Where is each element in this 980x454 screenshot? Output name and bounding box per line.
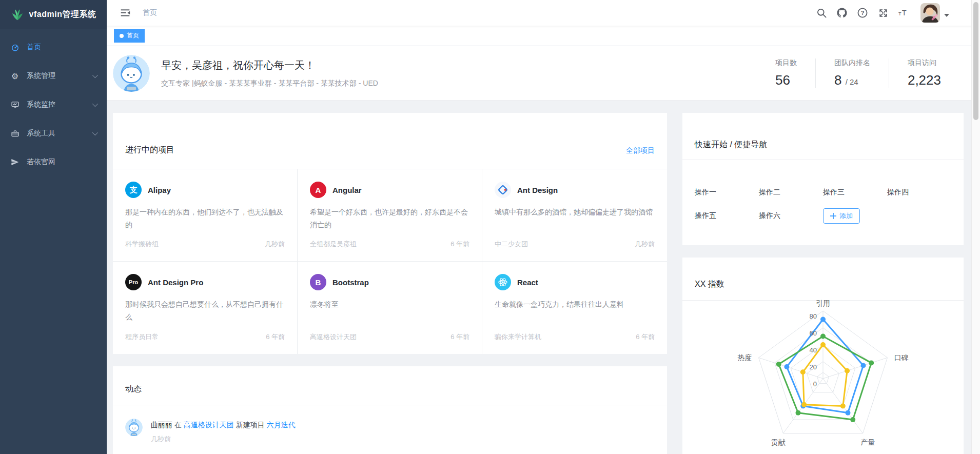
active-tag-dot — [120, 34, 124, 38]
project-card-react[interactable]: React 生命就像一盒巧克力，结果往往出人意料 骗你来学计算机6 年前 — [482, 262, 667, 354]
project-group[interactable]: 骗你来学计算机 — [495, 332, 541, 342]
sidebar-item-label: 系统管理 — [27, 71, 55, 81]
project-name[interactable]: Alipay — [148, 186, 171, 194]
activity-item: 曲丽丽 在 高逼格设计天团 新建项目 六月迭代 几秒前 — [113, 405, 667, 444]
dashboard-icon — [10, 43, 19, 52]
stat-label: 项目访问 — [908, 58, 941, 68]
user-avatar[interactable] — [920, 3, 940, 23]
radar-chart: 020406080引用口碑产量贡献热度 — [682, 301, 964, 454]
sidebar-menu: 首页 ⚙ 系统管理 系统监控 系统工具 若依官网 — [0, 29, 107, 176]
quicknav-links: 操作一 操作二 操作三 操作四 操作五 操作六 添加 — [682, 160, 964, 245]
user-menu[interactable] — [920, 3, 949, 23]
tag-label: 首页 — [127, 31, 139, 40]
svg-text:20: 20 — [810, 363, 817, 371]
svg-text:60: 60 — [810, 329, 817, 337]
svg-text:口碑: 口碑 — [894, 353, 909, 362]
sidebar-item-system-tools[interactable]: 系统工具 — [0, 119, 107, 148]
project-group[interactable]: 全组都是吴彦祖 — [310, 240, 357, 249]
sidebar-item-label: 系统监控 — [27, 100, 55, 109]
activity-project-link[interactable]: 六月迭代 — [267, 421, 296, 429]
help-icon[interactable]: ? — [854, 4, 871, 22]
project-time: 6 年前 — [450, 240, 469, 249]
search-icon[interactable] — [813, 4, 830, 22]
welcome-text: 早安，吴彦祖，祝你开心每一天！ 交互专家 |蚂蚁金服 - 某某某事业群 - 某某… — [161, 58, 378, 88]
stat-team-rank: 团队内排名 8 / 24 — [815, 58, 889, 88]
project-desc: 凛冬将至 — [310, 298, 469, 324]
sidebar-item-system-monitor[interactable]: 系统监控 — [0, 90, 107, 119]
quicknav-panel: 快速开始 / 便捷导航 操作一 操作二 操作三 操作四 操作五 操作六 添加 — [682, 113, 964, 245]
project-card-angular[interactable]: A Angular 希望是一个好东西，也许是最好的，好东西是不会消亡的 全组都是… — [298, 169, 482, 262]
quicknav-link-1[interactable]: 操作一 — [695, 188, 759, 197]
quicknav-link-3[interactable]: 操作三 — [823, 188, 887, 197]
project-card-ant-design-pro[interactable]: Pro Ant Design Pro 那时候我只会想自己想要什么，从不想自己拥有… — [113, 262, 298, 354]
quicknav-link-6[interactable]: 操作六 — [759, 211, 823, 221]
index-panel-title: XX 指数 — [695, 279, 724, 290]
project-time: 几秒前 — [635, 240, 655, 249]
sidebar-item-label: 若依官网 — [27, 157, 55, 167]
project-group[interactable]: 程序员日常 — [125, 332, 159, 342]
chevron-down-icon — [92, 101, 98, 107]
quicknav-link-2[interactable]: 操作二 — [759, 188, 823, 197]
project-name[interactable]: Ant Design — [517, 186, 558, 194]
project-group[interactable]: 科学搬砖组 — [125, 240, 159, 249]
project-card-alipay[interactable]: 支 Alipay 那是一种内在的东西，他们到达不了，也无法触及的 科学搬砖组几秒… — [113, 169, 298, 262]
plant-logo-icon — [11, 8, 24, 21]
project-name[interactable]: Bootstrap — [332, 278, 369, 287]
svg-text:40: 40 — [810, 346, 817, 354]
collapse-sidebar-icon[interactable] — [115, 5, 135, 21]
breadcrumb[interactable]: 首页 — [143, 8, 157, 17]
svg-text:引用: 引用 — [816, 299, 830, 307]
navbar-actions: ? TT — [813, 3, 972, 23]
font-size-icon[interactable]: TT — [895, 4, 912, 22]
project-time: 6 年前 — [636, 332, 655, 342]
stat-visits: 项目访问 2,223 — [889, 58, 959, 88]
quicknav-link-4[interactable]: 操作四 — [887, 188, 951, 197]
project-name[interactable]: Angular — [332, 186, 362, 194]
react-icon — [495, 274, 511, 290]
svg-text:贡献: 贡献 — [771, 438, 786, 446]
plus-icon — [830, 213, 836, 219]
project-card-ant-design[interactable]: Ant Design 城镇中有那么多的酒馆，她却偏偏走进了我的酒馆 中二少女团几… — [482, 169, 667, 262]
quicknav-link-5[interactable]: 操作五 — [695, 211, 759, 221]
ant-design-pro-icon: Pro — [125, 274, 142, 290]
activity-user[interactable]: 曲丽丽 — [151, 421, 172, 429]
stat-projects: 项目数 56 — [757, 58, 815, 88]
stat-value: 56 — [775, 72, 797, 88]
scrollbar-thumb[interactable] — [973, 2, 978, 120]
greeting-subtitle: 交互专家 |蚂蚁金服 - 某某某事业群 - 某某平台部 - 某某技术部 - UE… — [161, 79, 378, 88]
all-projects-link[interactable]: 全部项目 — [626, 146, 655, 155]
sidebar-item-official-site[interactable]: 若依官网 — [0, 148, 107, 176]
sidebar-item-system-manage[interactable]: ⚙ 系统管理 — [0, 62, 107, 90]
activity-avatar — [125, 419, 143, 436]
activity-group-link[interactable]: 高逼格设计天团 — [184, 421, 234, 429]
svg-text:?: ? — [861, 10, 865, 16]
app-title: vfadmin管理系统 — [29, 9, 96, 20]
angular-icon: A — [310, 182, 326, 198]
ant-design-icon — [495, 182, 511, 198]
github-icon[interactable] — [833, 4, 851, 22]
welcome-header: 早安，吴彦祖，祝你开心每一天！ 交互专家 |蚂蚁金服 - 某某某事业群 - 某某… — [107, 46, 980, 101]
paper-plane-icon — [10, 157, 19, 167]
project-group[interactable]: 高逼格设计天团 — [310, 332, 357, 342]
activity-time: 几秒前 — [151, 435, 296, 444]
welcome-stats: 项目数 56 团队内排名 8 / 24 项目访问 2,223 — [757, 58, 959, 88]
sidebar-item-home[interactable]: 首页 — [0, 33, 107, 62]
activity-text: 曲丽丽 在 高逼格设计天团 新建项目 六月迭代 — [151, 419, 296, 430]
tag-home[interactable]: 首页 — [114, 29, 145, 43]
project-group[interactable]: 中二少女团 — [495, 240, 528, 249]
fullscreen-icon[interactable] — [874, 4, 892, 22]
app-logo[interactable]: vfadmin管理系统 — [0, 0, 107, 29]
project-name[interactable]: Ant Design Pro — [148, 278, 203, 287]
index-chart-panel: XX 指数 020406080引用口碑产量贡献热度 — [682, 258, 964, 454]
project-name[interactable]: React — [517, 278, 538, 287]
project-card-bootstrap[interactable]: B Bootstrap 凛冬将至 高逼格设计天团6 年前 — [298, 262, 482, 354]
toolbox-icon — [10, 129, 19, 138]
tags-view-bar: 首页 — [107, 26, 980, 46]
add-button[interactable]: 添加 — [823, 208, 860, 224]
alipay-icon: 支 — [125, 182, 142, 198]
projects-grid: 支 Alipay 那是一种内在的东西，他们到达不了，也无法触及的 科学搬砖组几秒… — [113, 169, 667, 354]
bootstrap-icon: B — [310, 274, 326, 290]
project-desc: 那时候我只会想自己想要什么，从不想自己拥有什么 — [125, 298, 285, 324]
chevron-down-icon — [92, 72, 98, 78]
svg-text:T: T — [902, 9, 907, 17]
